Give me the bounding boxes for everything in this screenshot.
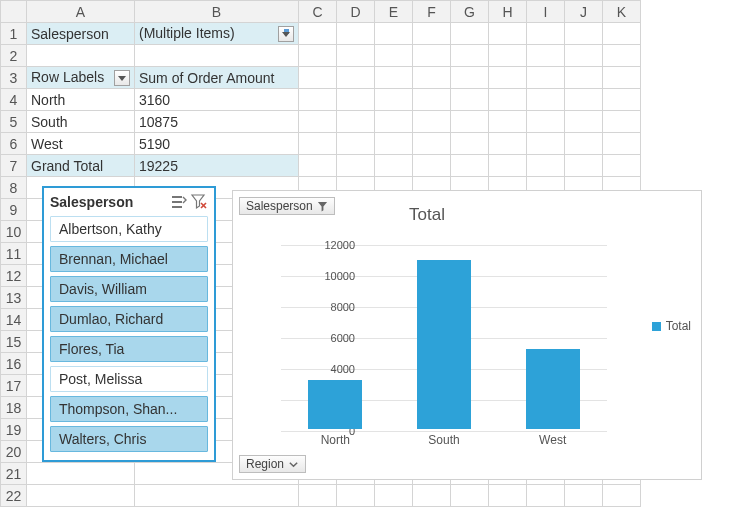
cell[interactable] [603, 155, 641, 177]
cell[interactable] [527, 133, 565, 155]
slicer-salesperson[interactable]: Salesperson Albertson, KathyBrennan, Mic… [42, 186, 216, 462]
cell[interactable] [565, 89, 603, 111]
column-header[interactable]: I [527, 1, 565, 23]
cell[interactable]: Salesperson [27, 23, 135, 45]
cell[interactable] [603, 23, 641, 45]
cell[interactable]: Grand Total [27, 155, 135, 177]
cell[interactable] [565, 155, 603, 177]
cell[interactable] [489, 155, 527, 177]
row-header[interactable]: 14 [1, 309, 27, 331]
cell[interactable] [375, 45, 413, 67]
cell[interactable] [565, 485, 603, 507]
cell[interactable] [413, 67, 451, 89]
cell[interactable] [451, 67, 489, 89]
pivot-chart[interactable]: Salesperson Total 0200040006000800010000… [232, 190, 702, 480]
cell[interactable] [451, 89, 489, 111]
chart-bar[interactable] [526, 349, 580, 429]
row-header[interactable]: 21 [1, 463, 27, 485]
cell[interactable] [375, 111, 413, 133]
slicer-item[interactable]: Brennan, Michael [50, 246, 208, 272]
cell[interactable] [565, 23, 603, 45]
row-header[interactable]: 22 [1, 485, 27, 507]
cell[interactable] [527, 155, 565, 177]
multi-select-icon[interactable] [170, 194, 188, 210]
cell[interactable] [527, 89, 565, 111]
cell[interactable] [527, 23, 565, 45]
page-field-dropdown[interactable] [278, 26, 294, 42]
cell[interactable] [135, 485, 299, 507]
cell[interactable] [375, 485, 413, 507]
cell[interactable] [451, 45, 489, 67]
cell[interactable] [375, 23, 413, 45]
cell[interactable] [489, 133, 527, 155]
cell[interactable] [337, 111, 375, 133]
column-header[interactable]: B [135, 1, 299, 23]
row-header[interactable]: 13 [1, 287, 27, 309]
cell[interactable] [413, 111, 451, 133]
cell[interactable]: 10875 [135, 111, 299, 133]
clear-filter-icon[interactable] [190, 194, 208, 210]
row-header[interactable]: 12 [1, 265, 27, 287]
cell[interactable] [565, 133, 603, 155]
row-header[interactable]: 16 [1, 353, 27, 375]
column-header[interactable]: G [451, 1, 489, 23]
cell[interactable] [337, 485, 375, 507]
column-header[interactable]: F [413, 1, 451, 23]
row-header[interactable]: 5 [1, 111, 27, 133]
cell[interactable] [375, 133, 413, 155]
row-header[interactable]: 11 [1, 243, 27, 265]
cell[interactable] [603, 485, 641, 507]
cell[interactable] [489, 111, 527, 133]
cell[interactable] [489, 45, 527, 67]
row-header[interactable]: 7 [1, 155, 27, 177]
cell[interactable] [527, 485, 565, 507]
row-header[interactable]: 2 [1, 45, 27, 67]
cell[interactable] [489, 67, 527, 89]
cell[interactable]: West [27, 133, 135, 155]
cell[interactable] [299, 133, 337, 155]
chart-bar[interactable] [417, 260, 471, 429]
row-header[interactable]: 18 [1, 397, 27, 419]
cell[interactable] [413, 485, 451, 507]
cell[interactable] [299, 45, 337, 67]
cell[interactable]: North [27, 89, 135, 111]
cell[interactable] [527, 111, 565, 133]
cell[interactable] [413, 23, 451, 45]
cell[interactable]: 5190 [135, 133, 299, 155]
cell[interactable] [489, 485, 527, 507]
cell[interactable] [413, 133, 451, 155]
cell[interactable] [135, 45, 299, 67]
cell[interactable]: 3160 [135, 89, 299, 111]
column-header[interactable]: D [337, 1, 375, 23]
cell[interactable] [337, 67, 375, 89]
slicer-item[interactable]: Walters, Chris [50, 426, 208, 452]
cell[interactable] [451, 485, 489, 507]
cell[interactable] [603, 133, 641, 155]
column-header[interactable]: A [27, 1, 135, 23]
cell[interactable]: 19225 [135, 155, 299, 177]
cell[interactable]: South [27, 111, 135, 133]
row-header[interactable]: 17 [1, 375, 27, 397]
cell[interactable]: (Multiple Items) [135, 23, 299, 45]
cell[interactable] [375, 67, 413, 89]
cell[interactable]: Row Labels [27, 67, 135, 89]
slicer-item[interactable]: Thompson, Shan... [50, 396, 208, 422]
row-header[interactable]: 10 [1, 221, 27, 243]
column-header[interactable]: C [299, 1, 337, 23]
cell[interactable] [299, 23, 337, 45]
cell[interactable] [565, 111, 603, 133]
slicer-item[interactable]: Post, Melissa [50, 366, 208, 392]
cell[interactable] [603, 89, 641, 111]
cell[interactable] [299, 67, 337, 89]
column-header[interactable]: K [603, 1, 641, 23]
slicer-item[interactable]: Dumlao, Richard [50, 306, 208, 332]
cell[interactable] [603, 111, 641, 133]
row-labels-dropdown[interactable] [114, 70, 130, 86]
row-header[interactable]: 9 [1, 199, 27, 221]
cell[interactable] [337, 155, 375, 177]
row-header[interactable]: 15 [1, 331, 27, 353]
row-header[interactable]: 6 [1, 133, 27, 155]
slicer-item[interactable]: Davis, William [50, 276, 208, 302]
column-header[interactable]: J [565, 1, 603, 23]
cell[interactable] [603, 45, 641, 67]
